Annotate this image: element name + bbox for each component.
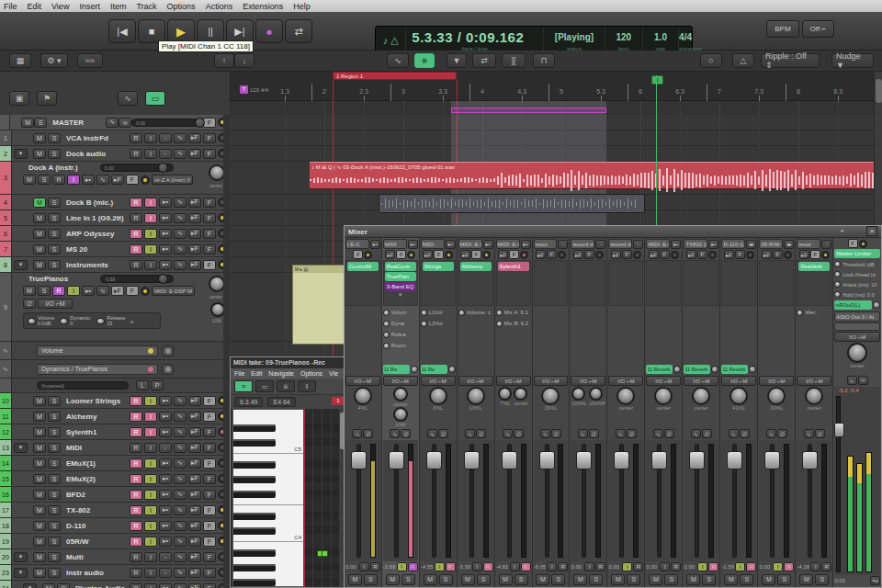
mute-button[interactable]: M (348, 574, 362, 585)
track-row-4[interactable]: 4MSDock B (mic.)RI▸•∿▸FF (0, 195, 230, 210)
send-knob[interactable] (673, 366, 681, 373)
rec-arm-button[interactable]: R (52, 286, 65, 296)
rec-arm-button[interactable]: R (130, 244, 142, 254)
piano-key[interactable] (233, 424, 303, 432)
mute-button[interactable]: M (611, 574, 625, 585)
envelope-button[interactable]: ∿ (390, 429, 400, 438)
monitor-button[interactable]: ▸• (159, 229, 172, 239)
monitor-button[interactable]: ◦ (159, 552, 172, 562)
piano-view-icon[interactable]: ≡ (234, 380, 253, 392)
pan-knob[interactable] (589, 387, 603, 401)
mute-button[interactable]: M (33, 427, 46, 437)
io-button[interactable]: I/O ⌐M (646, 376, 681, 386)
region-marker[interactable]: 1 Region 1 (333, 72, 457, 80)
piano-key[interactable]: C4 (233, 535, 303, 542)
ripple-button[interactable]: Ripple : Off ⇕ (761, 53, 820, 68)
fx-slot[interactable]: ReaContr (385, 262, 416, 271)
envelope-button[interactable]: ∿ (174, 505, 187, 515)
rec-arm-button[interactable]: R (130, 149, 142, 159)
piano-key[interactable] (233, 549, 303, 557)
rate-field[interactable]: 1.0 rate (642, 27, 678, 53)
menu-item-insert[interactable]: Insert (79, 2, 100, 11)
solo-button[interactable]: S (48, 443, 61, 453)
mute-button[interactable]: M (33, 443, 46, 453)
monitor-button[interactable]: ▸• (82, 175, 95, 185)
track-volume-slider[interactable]: -0.68 (100, 275, 174, 283)
fader-handle[interactable] (351, 451, 367, 469)
input-fx-button[interactable]: I (735, 562, 745, 571)
fx-button[interactable]: F (810, 250, 820, 259)
rec-arm-button[interactable]: R (558, 562, 568, 571)
fx-chain-expand[interactable]: ▼ (385, 292, 416, 298)
io-button[interactable]: I/O ⌐M (721, 376, 756, 386)
fx-button[interactable]: F (547, 250, 557, 259)
envelope-button[interactable]: ∿ (174, 583, 187, 588)
track-row-16[interactable]: 16MSBFD2RI▸•∿▸FF (0, 487, 230, 503)
fader-handle[interactable] (689, 451, 705, 469)
rec-arm-button[interactable]: R (130, 229, 142, 239)
fx-button[interactable]: F (203, 133, 216, 143)
envelope-button[interactable]: ∿ (729, 429, 739, 438)
piano-key[interactable] (233, 579, 303, 586)
rec-arm-button[interactable]: R (130, 443, 142, 453)
fx-send-button[interactable]: ▸F (188, 443, 201, 453)
channel-input-label[interactable]: recor (534, 239, 558, 249)
envelope-button[interactable]: ∿ (96, 175, 109, 185)
channel-monitor-button[interactable]: ◦ (821, 240, 831, 249)
channel-monitor-button[interactable]: ▸• (408, 240, 418, 249)
rec-arm-button[interactable]: R (130, 552, 142, 562)
rec-arm-button[interactable]: R (633, 562, 643, 571)
track-name[interactable]: TX-802 (66, 506, 130, 514)
phase-button[interactable]: ∅ (589, 429, 599, 438)
lock-icon[interactable]: ⊓ (533, 53, 555, 68)
fx-send-button[interactable]: ▸F (536, 250, 546, 259)
fx-enable-dot[interactable] (595, 251, 604, 259)
fx-slot[interactable]: 3-Band EQ (385, 282, 416, 291)
fx-send-button[interactable]: ▸F (188, 260, 201, 270)
mute-button[interactable]: M (573, 574, 587, 585)
track-row-6[interactable]: 6MSARP OdysseyRI▸•∿▸FF (0, 226, 230, 242)
input-button[interactable]: I (144, 458, 157, 469)
envelope-button[interactable]: ∿ (352, 429, 362, 438)
fx-slot[interactable]: Strings (423, 262, 454, 271)
fx-send-button[interactable]: ▸F (188, 458, 201, 469)
solo-button[interactable]: S (364, 574, 378, 585)
track-name[interactable]: Dock A (instr.) (28, 164, 100, 172)
fx-button[interactable]: F (203, 427, 216, 437)
solo-button[interactable]: S (664, 574, 678, 585)
solo-button[interactable]: S (48, 537, 61, 547)
solo-button[interactable]: S (48, 552, 61, 562)
piano-key[interactable] (233, 432, 303, 439)
rec-arm-button[interactable]: R (370, 562, 380, 571)
rec-arm-button[interactable]: R (130, 521, 142, 531)
solo-button[interactable]: S (48, 396, 61, 406)
fx-button[interactable]: F (584, 250, 594, 259)
piano-key[interactable] (233, 527, 303, 535)
fx-send-button[interactable]: ▸F (111, 286, 124, 296)
channel-monitor-button[interactable]: ▸• (446, 240, 456, 249)
envelope-button[interactable]: ∿ (766, 429, 776, 438)
track-name[interactable]: EMuX(1) (66, 459, 130, 468)
piano-key[interactable] (233, 564, 303, 571)
midi-menu-options[interactable]: Options (300, 370, 322, 377)
monitor-button[interactable]: ◦ (159, 443, 172, 453)
nav-down-icon[interactable]: ↓ (234, 53, 254, 68)
rec-arm-button[interactable]: R (408, 562, 418, 571)
fader-handle[interactable] (764, 451, 780, 469)
pin-icon[interactable]: + (840, 227, 844, 235)
track-name[interactable]: Alchemy (66, 413, 130, 421)
envelope-button[interactable]: ∿ (503, 429, 513, 438)
repeat-button[interactable]: ⇄ (285, 19, 312, 43)
track-name[interactable]: Dock audio (66, 150, 130, 158)
envelope-lane[interactable]: ∿Dynamics / TruePianos (0, 360, 230, 379)
mute-button[interactable]: M (33, 537, 46, 547)
master-fader-track[interactable] (836, 396, 841, 572)
input-button[interactable]: I (144, 149, 157, 159)
channel-monitor-button[interactable]: ▸• (708, 240, 718, 249)
monitor-button[interactable]: ▸• (159, 490, 172, 500)
fx-button[interactable]: F (203, 260, 216, 270)
track-name[interactable]: MASTER (52, 119, 106, 127)
envelope-lane-arm[interactable] (162, 345, 174, 356)
envelope-button[interactable]: ∿ (174, 521, 187, 531)
fx-button[interactable]: F (660, 250, 670, 259)
